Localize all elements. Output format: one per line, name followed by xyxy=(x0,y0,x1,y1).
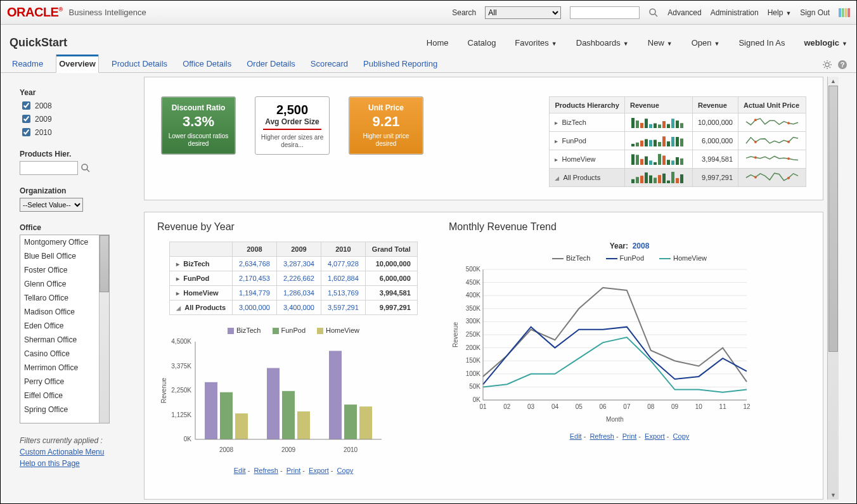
search-scope-select[interactable]: All xyxy=(485,6,561,19)
m-copy[interactable]: Copy xyxy=(673,432,690,440)
rev-export[interactable]: Export xyxy=(309,467,329,474)
help-icon[interactable]: ? xyxy=(837,60,847,70)
filter-pane: Year 2008 2009 2010 Products Hier. Organ… xyxy=(1,73,143,503)
tab-office-details[interactable]: Office Details xyxy=(180,55,234,72)
m-print[interactable]: Print xyxy=(622,432,637,440)
office-option[interactable]: Madison Office xyxy=(20,305,99,319)
rev-refresh[interactable]: Refresh xyxy=(254,467,278,474)
m-export[interactable]: Export xyxy=(645,432,665,440)
rev-row-label[interactable]: HomeView xyxy=(170,286,233,300)
tile-discount-title: Discount Ratio xyxy=(172,103,226,112)
year-2009-label: 2009 xyxy=(35,115,52,124)
org-select[interactable]: --Select Value-- xyxy=(20,198,83,212)
office-option[interactable]: Glenn Office xyxy=(20,277,99,291)
monthly-title: Monthly Revenue Trend xyxy=(449,221,810,233)
menu-home[interactable]: Home xyxy=(427,38,449,48)
menu-new[interactable]: New xyxy=(648,38,673,48)
tab-published-reporting[interactable]: Published Reporting xyxy=(361,55,440,72)
svg-text:500K: 500K xyxy=(466,266,481,273)
office-option[interactable]: Montgomery Office xyxy=(20,235,99,249)
rev-row-label[interactable]: FunPod xyxy=(170,271,233,286)
office-option[interactable]: Foster Office xyxy=(20,263,99,277)
year-2010-label: 2010 xyxy=(35,128,52,137)
rev-total-label[interactable]: All Products xyxy=(170,300,233,315)
svg-rect-62 xyxy=(654,178,657,183)
monthly-year-value[interactable]: 2008 xyxy=(633,242,650,250)
user-menu[interactable]: weblogic xyxy=(804,38,847,48)
custom-actionable-menu-link[interactable]: Custom Actionable Menu xyxy=(20,448,138,456)
products-search-icon[interactable] xyxy=(81,163,91,173)
sparkline-total xyxy=(744,171,801,183)
year-2008-checkbox[interactable] xyxy=(22,101,30,110)
monthly-year-label: Year: xyxy=(610,242,628,250)
svg-rect-82 xyxy=(267,368,280,439)
menu-dashboards[interactable]: Dashboards xyxy=(576,38,629,48)
legend-homeview: HomeView xyxy=(317,326,359,334)
tab-scorecard[interactable]: Scorecard xyxy=(308,55,351,72)
svg-point-0 xyxy=(650,9,655,15)
rev-copy[interactable]: Copy xyxy=(337,467,354,474)
tab-readme[interactable]: Readme xyxy=(10,55,46,72)
menu-open[interactable]: Open xyxy=(692,38,720,48)
svg-point-27 xyxy=(754,119,757,121)
office-scrollbar[interactable] xyxy=(99,235,109,423)
office-option[interactable]: Tellaro Office xyxy=(20,291,99,305)
tab-order-details[interactable]: Order Details xyxy=(244,55,298,72)
hier-row-label[interactable]: HomeView xyxy=(550,150,624,169)
office-option[interactable]: Perry Office xyxy=(20,375,99,389)
content-scrollbar[interactable]: ▲ ▼ xyxy=(827,77,839,500)
rev-row-label[interactable]: BizTech xyxy=(170,257,233,271)
help-on-page-link[interactable]: Help on this Page xyxy=(20,459,138,468)
svg-point-42 xyxy=(787,141,790,143)
svg-rect-78 xyxy=(205,382,217,439)
hier-total-label[interactable]: All Products xyxy=(550,169,624,187)
rev-print[interactable]: Print xyxy=(287,467,301,474)
oracle-logo: ORACLE® xyxy=(7,5,63,20)
tab-overview[interactable]: Overview xyxy=(56,55,99,73)
office-listbox[interactable]: Montgomery OfficeBlue Bell OfficeFoster … xyxy=(20,235,110,423)
theme-swatches-icon[interactable] xyxy=(839,8,850,17)
svg-text:3,375K: 3,375K xyxy=(171,363,191,370)
office-option[interactable]: Merrimon Office xyxy=(20,361,99,375)
office-option[interactable]: Sherman Office xyxy=(20,333,99,347)
svg-rect-65 xyxy=(667,181,670,183)
office-option[interactable]: Eden Office xyxy=(20,319,99,333)
svg-rect-68 xyxy=(680,174,683,183)
search-icon[interactable] xyxy=(648,8,659,18)
office-option[interactable]: Spring Office xyxy=(20,403,99,417)
signout-link[interactable]: Sign Out xyxy=(800,8,830,17)
svg-rect-53 xyxy=(676,157,679,165)
office-option[interactable]: Eiffel Office xyxy=(20,389,99,403)
year-2009-checkbox[interactable] xyxy=(22,115,30,123)
svg-text:03: 03 xyxy=(527,403,535,410)
svg-rect-79 xyxy=(220,392,233,439)
gear-icon[interactable] xyxy=(822,60,832,70)
menu-catalog[interactable]: Catalog xyxy=(468,38,496,48)
svg-rect-33 xyxy=(649,140,652,146)
products-search-input[interactable] xyxy=(20,161,78,175)
hier-row-label[interactable]: BizTech xyxy=(550,113,624,132)
m-refresh[interactable]: Refresh xyxy=(590,432,614,440)
search-input[interactable] xyxy=(570,6,640,19)
help-menu[interactable]: Help xyxy=(768,8,792,17)
svg-rect-64 xyxy=(662,174,666,183)
svg-rect-45 xyxy=(640,159,643,165)
svg-rect-23 xyxy=(667,124,670,128)
m-edit[interactable]: Edit xyxy=(570,432,582,440)
administration-link[interactable]: Administration xyxy=(711,8,759,17)
svg-rect-16 xyxy=(636,120,639,128)
year-2010-checkbox[interactable] xyxy=(22,128,30,136)
svg-text:08: 08 xyxy=(647,403,655,410)
office-option[interactable]: Casino Office xyxy=(20,347,99,361)
hier-row-label[interactable]: FunPod xyxy=(550,132,624,150)
svg-text:11: 11 xyxy=(719,403,727,410)
svg-text:2,250K: 2,250K xyxy=(171,387,191,394)
menu-favorites[interactable]: Favorites xyxy=(515,38,557,48)
svg-point-41 xyxy=(754,141,757,143)
tab-product-details[interactable]: Product Details xyxy=(109,55,170,72)
svg-text:2010: 2010 xyxy=(344,446,358,453)
advanced-link[interactable]: Advanced xyxy=(667,8,701,17)
office-option[interactable]: Blue Bell Office xyxy=(20,249,99,263)
signedin-label: Signed In As xyxy=(738,38,785,48)
rev-edit[interactable]: Edit xyxy=(234,467,246,474)
